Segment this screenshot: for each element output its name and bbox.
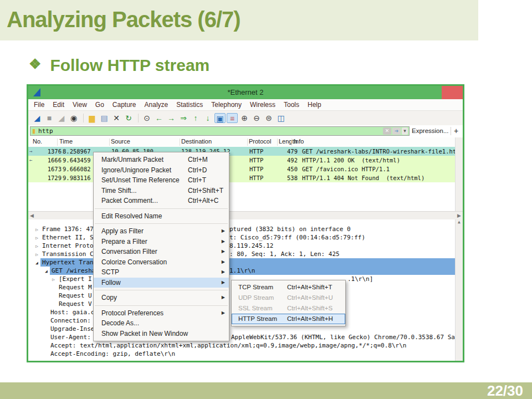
submenu-item-tcp-stream[interactable]: TCP StreamCtrl+Alt+Shift+T	[232, 282, 345, 293]
menu-wireless[interactable]: Wireless	[250, 101, 275, 109]
go-last-icon[interactable]: ↓	[202, 113, 213, 123]
tree-toggle-icon[interactable]: ◢	[35, 259, 38, 267]
add-filter-button[interactable]: +	[454, 125, 458, 137]
context-menu-item-colorize-conversation[interactable]: Colorize Conversation▶	[94, 257, 229, 268]
resize-columns-icon[interactable]: ◫	[275, 113, 287, 123]
context-menu-item-edit-resolved-name[interactable]: Edit Resolved Name	[94, 211, 229, 222]
column-separator[interactable]	[180, 139, 180, 146]
menu-file[interactable]: File	[34, 101, 44, 109]
menu-telephony[interactable]: Telephony	[211, 101, 242, 109]
tree-toggle-icon[interactable]: ▷	[35, 250, 38, 258]
column-header-protocol[interactable]: Protocol	[249, 138, 271, 145]
scroll-left-icon[interactable]: ◀	[30, 212, 34, 219]
tree-toggle-icon[interactable]: ▷	[35, 226, 38, 233]
filter-dropdown-icon[interactable]: ▾	[402, 127, 408, 135]
restart-capture-icon[interactable]: ◢	[56, 113, 67, 123]
close-button[interactable]	[442, 86, 463, 99]
menu-go[interactable]: Go	[95, 101, 104, 109]
menu-tools[interactable]: Tools	[284, 101, 299, 109]
submenu-item-ssl-stream[interactable]: SSL StreamCtrl+Alt+Shift+S	[232, 303, 345, 314]
zoom-in-icon[interactable]: ⊕	[239, 113, 250, 123]
context-menu-item-set-unset-time-reference[interactable]: Set/Unset Time ReferenceCtrl+T	[94, 175, 229, 186]
packet-list-vertical-scrollbar[interactable]	[455, 137, 463, 211]
zoom-reset-icon[interactable]: ⊜	[263, 113, 274, 123]
detail-line[interactable]: ▷Frame 1376: 479ptured (3832 bits) on in…	[28, 225, 455, 233]
submenu-item-udp-stream[interactable]: UDP StreamCtrl+Alt+Shift+U	[232, 293, 345, 303]
open-file-icon[interactable]: ▆	[86, 113, 98, 123]
tree-toggle-icon[interactable]: ▷	[52, 275, 55, 283]
find-packet-icon[interactable]: ⊙	[141, 113, 152, 123]
detail-line[interactable]: Accept: text/html,application/xhtml+xml,…	[28, 341, 455, 350]
detail-text-continued: 8.119.245.12	[229, 242, 273, 250]
submenu-arrow-icon: ▶	[222, 267, 225, 278]
context-menu-item-ignore-unignore-packet[interactable]: Ignore/Unignore PacketCtrl+D	[94, 165, 229, 176]
tree-toggle-icon[interactable]: ▷	[35, 242, 38, 250]
detail-line[interactable]: ▷Transmission Co: 80, Seq: 1, Ack: 1, Le…	[28, 250, 455, 258]
detail-line[interactable]: User-Agent: AppleWebKit/537.36 (KHTML, l…	[28, 333, 455, 341]
context-menu-item-follow[interactable]: Follow▶	[94, 278, 229, 288]
submenu-arrow-icon: ▶	[222, 308, 225, 319]
menu-help[interactable]: Help	[308, 101, 321, 109]
submenu-arrow-icon: ▶	[222, 257, 225, 268]
capture-options-icon[interactable]: ◉	[68, 113, 79, 123]
save-file-icon[interactable]: ▤	[99, 113, 110, 123]
stop-capture-icon[interactable]: ■	[44, 113, 55, 123]
column-separator[interactable]	[57, 139, 58, 146]
column-separator[interactable]	[277, 139, 278, 146]
expression-button[interactable]: Expression...	[412, 125, 448, 137]
maximize-button[interactable]	[425, 86, 441, 99]
go-to-packet-icon[interactable]: ⇒	[178, 113, 189, 123]
context-menu-item-protocol-preferences[interactable]: Protocol Preferences▶	[94, 308, 229, 319]
menu-capture[interactable]: Capture	[112, 101, 136, 109]
reload-icon[interactable]: ↻	[123, 113, 134, 123]
zoom-out-icon[interactable]: ⊖	[251, 113, 262, 123]
filter-bookmark-icon[interactable]: ▮	[32, 127, 35, 135]
tree-toggle-icon[interactable]: ▷	[35, 234, 38, 242]
filter-clear-icon[interactable]: ✕	[383, 127, 391, 135]
colorize-icon[interactable]: ≡	[227, 113, 238, 123]
tree-toggle-icon[interactable]: ◢	[45, 267, 48, 275]
context-menu-item-apply-as-filter[interactable]: Apply as Filter▶	[94, 226, 229, 237]
context-menu-item-packet-comment[interactable]: Packet Comment...Ctrl+Alt+C	[94, 196, 229, 206]
column-separator[interactable]	[291, 139, 292, 146]
context-menu-item-show-packet-in-new-window[interactable]: Show Packet in New Window	[94, 329, 229, 339]
column-header-no[interactable]: No.	[33, 138, 42, 145]
column-header-time[interactable]: Time	[59, 138, 73, 145]
start-capture-icon[interactable]: ◢	[32, 113, 43, 123]
context-menu-item-decode-as[interactable]: Decode As...	[94, 318, 229, 329]
menu-edit[interactable]: Edit	[53, 101, 64, 109]
column-header-source[interactable]: Source	[111, 138, 130, 145]
auto-scroll-icon[interactable]: ▣	[214, 113, 226, 123]
menu-statistics[interactable]: Statistics	[176, 101, 203, 109]
context-menu-item-prepare-a-filter[interactable]: Prepare a Filter▶	[94, 237, 229, 247]
context-menu-item-conversation-filter[interactable]: Conversation Filter▶	[94, 247, 229, 257]
context-menu-item-mark-unmark-packet[interactable]: Mark/Unmark PacketCtrl+M	[94, 155, 229, 165]
go-first-icon[interactable]: ↑	[190, 113, 201, 123]
context-menu-item-copy[interactable]: Copy▶	[94, 293, 229, 303]
submenu-item-http-stream[interactable]: HTTP StreamCtrl+Alt+Shift+H	[232, 314, 345, 324]
detail-line[interactable]: ▷Internet Protoc8.119.245.12	[28, 242, 455, 250]
column-separator[interactable]	[109, 139, 110, 146]
column-header-destination[interactable]: Destination	[181, 138, 212, 145]
column-separator[interactable]	[247, 139, 248, 146]
detail-line[interactable]: ▷Ethernet II, Srt: Cisco_d5:79:ff (00:14…	[28, 233, 455, 242]
column-header-info[interactable]: Info	[294, 138, 304, 145]
menu-view[interactable]: View	[73, 101, 87, 109]
context-menu-item-time-shift[interactable]: Time Shift...Ctrl+Shift+T	[94, 186, 229, 196]
detail-text: Frame 1376: 479	[42, 225, 97, 233]
go-forward-icon[interactable]: →	[166, 113, 177, 123]
go-back-icon[interactable]: ←	[154, 113, 165, 123]
minimize-button[interactable]	[408, 86, 424, 99]
detail-line[interactable]: Accept-Encoding: gzip, deflate\r\n	[28, 350, 455, 358]
scroll-up-icon[interactable]: ▲	[458, 219, 461, 224]
detail-line[interactable]: ◢GET /wiresha1.1\r\n	[28, 267, 455, 275]
detail-line[interactable]: ◢Hypertext Trans	[28, 258, 455, 267]
window-titlebar[interactable]: *Ethernet 2	[28, 86, 463, 99]
filter-apply-icon[interactable]: ➜	[392, 127, 401, 135]
close-file-icon[interactable]: ✕	[111, 113, 122, 123]
context-menu-item-sctp[interactable]: SCTP▶	[94, 267, 229, 278]
scroll-right-icon[interactable]: ▶	[457, 212, 461, 219]
detail-vertical-scrollbar[interactable]: ▲	[455, 219, 463, 361]
display-filter-input[interactable]: ▮ http ✕ ➜ ▾	[30, 126, 410, 136]
menu-analyze[interactable]: Analyze	[145, 101, 168, 109]
